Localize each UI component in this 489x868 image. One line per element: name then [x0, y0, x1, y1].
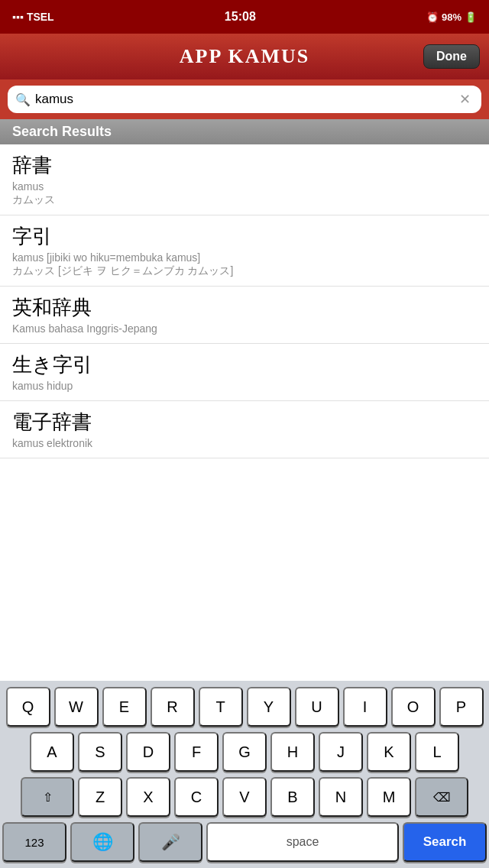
search-input-wrapper: 🔍 ✕: [8, 86, 481, 113]
result-item[interactable]: 辞書 kamus カムッス: [0, 144, 489, 215]
result-kanji: 電子辞書: [12, 409, 477, 436]
result-latin: kamus [jibiki wo hiku=membuka kamus]: [12, 251, 477, 264]
key-d[interactable]: D: [126, 732, 170, 772]
search-icon: 🔍: [15, 92, 31, 107]
key-m[interactable]: M: [367, 777, 411, 817]
bottom-row: 123 🌐 🎤 space Search: [2, 822, 487, 862]
search-key[interactable]: Search: [403, 822, 487, 862]
keyboard: QWERTYUIOP ASDFGHJKL ⇧ ZXCVBNM⌫ 123 🌐 🎤 …: [0, 681, 489, 868]
result-kanji: 英和辞典: [12, 294, 477, 321]
key-u[interactable]: U: [295, 687, 339, 727]
key-n[interactable]: N: [319, 777, 363, 817]
key-i[interactable]: I: [343, 687, 387, 727]
result-latin: kamus elektronik: [12, 437, 477, 449]
key-a[interactable]: A: [30, 732, 74, 772]
space-key[interactable]: space: [206, 822, 399, 862]
key-h[interactable]: H: [270, 732, 315, 772]
result-latin: kamus hidup: [12, 380, 477, 392]
key-g[interactable]: G: [222, 732, 267, 772]
globe-icon: 🌐: [92, 832, 113, 852]
clear-button[interactable]: ✕: [456, 91, 474, 108]
delete-key[interactable]: ⌫: [415, 777, 468, 817]
key-row-3: ⇧ ZXCVBNM⌫: [2, 777, 487, 817]
key-j[interactable]: J: [319, 732, 363, 772]
status-time: 15:08: [225, 10, 256, 24]
result-item[interactable]: 字引 kamus [jibiki wo hiku=membuka kamus] …: [0, 215, 489, 287]
search-bar: 🔍 ✕: [0, 79, 489, 119]
key-k[interactable]: K: [367, 732, 411, 772]
result-item[interactable]: 英和辞典 Kamus bahasa Inggris-Jepang: [0, 287, 489, 344]
battery-percent: 98%: [442, 11, 461, 23]
result-latin: Kamus bahasa Inggris-Jepang: [12, 322, 477, 335]
key-row-1: QWERTYUIOP: [2, 687, 487, 727]
key-z[interactable]: Z: [78, 777, 122, 817]
result-latin: kamus: [12, 180, 477, 193]
carrier-label: TSEL: [27, 11, 54, 23]
key-c[interactable]: C: [174, 777, 219, 817]
key-q[interactable]: Q: [6, 687, 50, 727]
key-y[interactable]: Y: [247, 687, 291, 727]
search-input[interactable]: [35, 92, 456, 107]
results-list: 辞書 kamus カムッス 字引 kamus [jibiki wo hiku=m…: [0, 144, 489, 458]
status-left: ▪▪▪ TSEL: [12, 11, 54, 23]
numbers-key[interactable]: 123: [2, 822, 66, 862]
status-right: ⏰ 98% 🔋: [426, 11, 477, 23]
clock-icon: ⏰: [426, 11, 439, 23]
results-header: Search Results: [0, 119, 489, 144]
result-item[interactable]: 生き字引 kamus hidup: [0, 344, 489, 401]
key-w[interactable]: W: [54, 687, 99, 727]
key-row-2: ASDFGHJKL: [2, 732, 487, 772]
battery-icon: 🔋: [465, 11, 477, 23]
key-f[interactable]: F: [174, 732, 219, 772]
result-katakana: カムッス [ジビキ ヲ ヒク＝ムンブカ カムッス]: [12, 264, 477, 278]
header: APP KAMUS Done: [0, 34, 489, 79]
numbers-label: 123: [24, 836, 44, 849]
key-v[interactable]: V: [222, 777, 267, 817]
results-header-label: Search Results: [12, 124, 112, 139]
space-label: space: [287, 835, 319, 849]
mic-key[interactable]: 🎤: [138, 822, 202, 862]
key-r[interactable]: R: [151, 687, 195, 727]
key-b[interactable]: B: [270, 777, 315, 817]
shift-key[interactable]: ⇧: [21, 777, 74, 817]
key-t[interactable]: T: [199, 687, 243, 727]
key-x[interactable]: X: [126, 777, 170, 817]
key-e[interactable]: E: [102, 687, 147, 727]
status-bar: ▪▪▪ TSEL 15:08 ⏰ 98% 🔋: [0, 0, 489, 34]
result-kanji: 字引: [12, 223, 477, 250]
globe-key[interactable]: 🌐: [70, 822, 134, 862]
result-item[interactable]: 電子辞書 kamus elektronik: [0, 401, 489, 458]
key-p[interactable]: P: [439, 687, 484, 727]
result-kanji: 辞書: [12, 152, 477, 179]
key-l[interactable]: L: [415, 732, 459, 772]
key-s[interactable]: S: [78, 732, 122, 772]
app-title: APP KAMUS: [180, 45, 309, 68]
mic-icon: 🎤: [161, 833, 180, 851]
done-button[interactable]: Done: [423, 44, 480, 69]
signal-icon: ▪▪▪: [12, 11, 24, 23]
delete-icon: ⌫: [433, 790, 451, 805]
key-o[interactable]: O: [391, 687, 436, 727]
shift-icon: ⇧: [43, 790, 53, 805]
result-kanji: 生き字引: [12, 351, 477, 378]
search-label: Search: [423, 834, 467, 850]
result-katakana: カムッス: [12, 193, 477, 207]
